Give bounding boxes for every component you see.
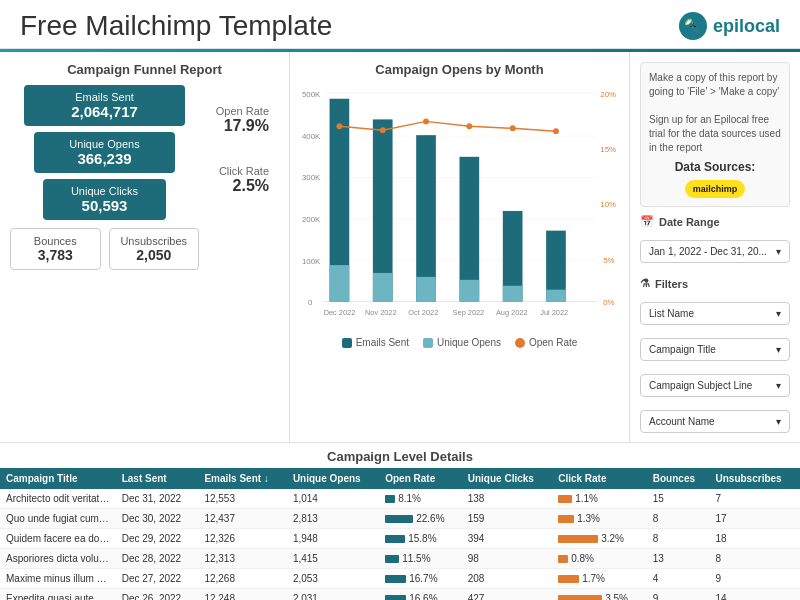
emails-sent-label: Emails Sent	[34, 91, 175, 103]
bar-sep-opens	[460, 280, 480, 302]
table-row: Maxime minus illum officia ev...Dec 27, …	[0, 569, 800, 589]
campaign-title-filter[interactable]: Campaign Title ▾	[640, 338, 790, 361]
account-name-filter[interactable]: Account Name ▾	[640, 410, 790, 433]
table-body: Architecto odit veritatis eos.Dec 31, 20…	[0, 489, 800, 600]
funnel-panel: Campaign Funnel Report Emails Sent 2,064…	[0, 52, 290, 442]
campaign-table: Campaign Title Last Sent Emails Sent ↓ U…	[0, 468, 800, 600]
table-row: Quidem facere ea doloremqu...Dec 29, 202…	[0, 529, 800, 549]
click-rate-label: Click Rate	[199, 165, 269, 177]
svg-text:Sep 2022: Sep 2022	[453, 308, 485, 317]
svg-text:500K: 500K	[302, 90, 321, 99]
legend-emails-sent: Emails Sent	[342, 337, 409, 348]
trial-text: Sign up for an Epilocal free trial for t…	[649, 114, 781, 153]
bar-dec-opens	[330, 265, 350, 301]
logo-icon: 🔦	[679, 12, 707, 40]
funnel-bottom-row: Bounces 3,783 Unsubscribes 2,050	[10, 228, 199, 270]
funnel-area: Emails Sent 2,064,717 Unique Opens 366,2…	[10, 85, 279, 270]
unsubscribes-box: Unsubscribes 2,050	[109, 228, 200, 270]
svg-text:15%: 15%	[600, 145, 616, 154]
svg-text:Jul 2022: Jul 2022	[540, 308, 568, 317]
chart-container: 500K 400K 300K 200K 100K 0 20% 15% 10% 5…	[302, 83, 617, 333]
th-last-sent: Last Sent	[116, 468, 199, 489]
bar-nov-opens	[373, 273, 393, 302]
chart-svg: 500K 400K 300K 200K 100K 0 20% 15% 10% 5…	[302, 83, 617, 333]
th-unsubscribes: Unsubscribes	[710, 468, 800, 489]
logo-text: epilocal	[713, 16, 780, 37]
unique-clicks-bar: Unique Clicks 50,593	[43, 179, 166, 220]
svg-text:300K: 300K	[302, 173, 321, 182]
unique-opens-value: 366,239	[44, 150, 166, 167]
open-rate-value: 17.9%	[199, 117, 269, 135]
unique-opens-label: Unique Opens	[44, 138, 166, 150]
copy-text: Make a copy of this report by going to '…	[649, 72, 779, 97]
unsubscribes-value: 2,050	[116, 247, 193, 263]
svg-text:0%: 0%	[603, 298, 614, 307]
date-range-dropdown[interactable]: Jan 1, 2022 - Dec 31, 20... ▾	[640, 240, 790, 263]
open-rate-line	[339, 121, 556, 131]
main-content: Campaign Funnel Report Emails Sent 2,064…	[0, 52, 800, 442]
chevron-down-icon-list: ▾	[776, 308, 781, 319]
bar-aug-opens	[503, 286, 523, 302]
filters-header: ⚗ Filters	[640, 277, 790, 290]
table-row: Expedita quasi autem neque ...Dec 26, 20…	[0, 589, 800, 601]
chart-panel: Campaign Opens by Month 500K 400K 300K 2…	[290, 52, 630, 442]
point-dec	[336, 123, 342, 129]
legend-open-rate: Open Rate	[515, 337, 577, 348]
legend-rate-color	[515, 338, 525, 348]
table-section: Campaign Level Details Campaign Title La…	[0, 442, 800, 600]
campaign-subject-label: Campaign Subject Line	[649, 380, 752, 391]
unique-opens-bar: Unique Opens 366,239	[34, 132, 176, 173]
table-header-row: Campaign Title Last Sent Emails Sent ↓ U…	[0, 468, 800, 489]
list-name-label: List Name	[649, 308, 694, 319]
mailchimp-logo: mailchimp	[649, 180, 781, 199]
svg-text:Aug 2022: Aug 2022	[496, 308, 528, 317]
campaign-subject-filter[interactable]: Campaign Subject Line ▾	[640, 374, 790, 397]
svg-text:0: 0	[308, 298, 313, 307]
th-unique-clicks: Unique Clicks	[462, 468, 552, 489]
bar-oct-opens	[416, 277, 436, 302]
filter-icon: ⚗	[640, 277, 650, 290]
svg-text:20%: 20%	[600, 90, 616, 99]
open-rate-item: Open Rate 17.9%	[199, 105, 279, 135]
chevron-down-icon-campaign: ▾	[776, 344, 781, 355]
svg-text:200K: 200K	[302, 215, 321, 224]
svg-text:Dec 2022: Dec 2022	[324, 308, 356, 317]
th-click-rate: Click Rate	[552, 468, 647, 489]
date-range-label: Date Range	[659, 216, 720, 228]
open-rate-label: Open Rate	[199, 105, 269, 117]
bar-oct-emails	[416, 135, 436, 301]
svg-text:10%: 10%	[600, 200, 616, 209]
filters-label: Filters	[655, 278, 688, 290]
legend-emails-color	[342, 338, 352, 348]
bar-jul-opens	[546, 290, 566, 302]
th-unique-opens: Unique Opens	[287, 468, 379, 489]
list-name-filter[interactable]: List Name ▾	[640, 302, 790, 325]
legend-unique-opens: Unique Opens	[423, 337, 501, 348]
point-nov	[380, 127, 386, 133]
account-name-label: Account Name	[649, 416, 715, 427]
funnel-bars: Emails Sent 2,064,717 Unique Opens 366,2…	[10, 85, 199, 270]
svg-text:Oct 2022: Oct 2022	[408, 308, 438, 317]
date-range-header: 📅 Date Range	[640, 215, 790, 228]
point-aug	[510, 125, 516, 131]
unique-clicks-value: 50,593	[53, 197, 156, 214]
right-panel: Make a copy of this report by going to '…	[630, 52, 800, 442]
th-open-rate: Open Rate	[379, 468, 462, 489]
page-title: Free Mailchimp Template	[20, 10, 332, 42]
table-row: Architecto odit veritatis eos.Dec 31, 20…	[0, 489, 800, 509]
bounces-box: Bounces 3,783	[10, 228, 101, 270]
chart-title: Campaign Opens by Month	[302, 62, 617, 77]
bounces-value: 3,783	[17, 247, 94, 263]
chevron-down-icon: ▾	[776, 246, 781, 257]
point-sep	[466, 123, 472, 129]
svg-text:5%: 5%	[603, 256, 614, 265]
funnel-rates: Open Rate 17.9% Click Rate 2.5%	[199, 85, 279, 195]
point-jul	[553, 128, 559, 134]
emails-sent-value: 2,064,717	[34, 103, 175, 120]
legend-emails-label: Emails Sent	[356, 337, 409, 348]
svg-text:400K: 400K	[302, 132, 321, 141]
bounces-label: Bounces	[17, 235, 94, 247]
unique-clicks-label: Unique Clicks	[53, 185, 156, 197]
campaign-title-label: Campaign Title	[649, 344, 716, 355]
table-row: Asporiores dicta voluptate co...Dec 28, …	[0, 549, 800, 569]
